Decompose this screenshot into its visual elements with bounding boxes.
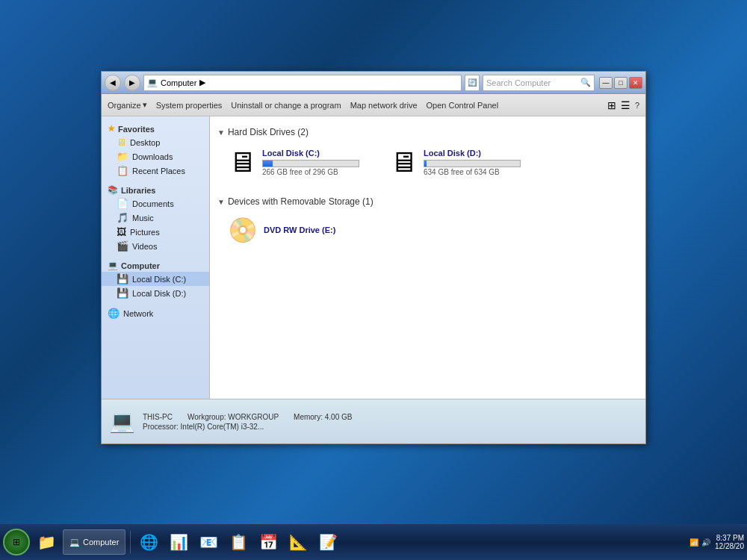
sidebar-item-recent-places[interactable]: 📋 Recent Places xyxy=(102,164,209,178)
computer-icon: 💻 xyxy=(108,261,118,270)
content-area: ▼ Hard Disk Drives (2) 🖥 Local Disk (C:) xyxy=(210,116,645,399)
removable-arrow-icon: ▼ xyxy=(217,198,225,206)
clock: 8:37 PM 12/28/20 xyxy=(715,534,744,550)
sidebar-item-local-c[interactable]: 💾 Local Disk (C:) xyxy=(102,272,209,286)
address-bar-separator: ▶ xyxy=(199,78,205,87)
address-bar[interactable]: 💻 Computer ▶ xyxy=(143,75,462,91)
statusbar: 💻 THIS-PC Workgroup: WORKGROUP Memory: 4… xyxy=(102,399,645,444)
active-window-icon: 💻 xyxy=(69,538,80,547)
drive-d-fill xyxy=(424,161,427,167)
drive-c-bar xyxy=(262,160,359,167)
network-label: Network xyxy=(123,309,153,318)
map-network-button[interactable]: Map network drive xyxy=(350,101,418,110)
sidebar-item-documents[interactable]: 📄 Documents xyxy=(102,196,209,211)
taskbar-powerpoint[interactable]: 📋 xyxy=(225,529,252,556)
status-workgroup: Workgroup: WORKGROUP xyxy=(187,413,279,421)
desktop-label: Desktop xyxy=(130,138,160,147)
control-panel-button[interactable]: Open Control Panel xyxy=(427,101,499,110)
removable-section-label: Devices with Removable Storage (1) xyxy=(228,196,374,207)
refresh-button[interactable]: 🔄 xyxy=(465,75,480,91)
local-c-label: Local Disk (C:) xyxy=(132,275,186,284)
sidebar-item-network[interactable]: 🌐 Network xyxy=(102,306,209,320)
main-area: ★ Favorites 🖥 Desktop 📁 Downloads 📋 Rece… xyxy=(102,116,645,399)
sidebar-item-downloads[interactable]: 📁 Downloads xyxy=(102,149,209,164)
libraries-header[interactable]: 📚 Libraries xyxy=(102,184,209,196)
taskbar: ⊞ 📁 💻 Computer 🌐 📊 📧 📋 📅 📐 � xyxy=(0,524,747,560)
forward-button[interactable]: ▶ xyxy=(124,75,140,91)
status-pc-name: THIS-PC xyxy=(143,413,173,421)
taskbar-right: 📶 🔊 8:37 PM 12/28/20 xyxy=(689,534,744,550)
taskbar-file-explorer[interactable]: 📁 xyxy=(33,529,60,556)
sidebar-item-local-d[interactable]: 💾 Local Disk (D:) xyxy=(102,286,209,300)
clock-time: 8:37 PM xyxy=(715,534,744,542)
close-button[interactable]: ✕ xyxy=(629,77,642,89)
drive-d-item[interactable]: 🖥 Local Disk (D:) 634 GB free of 634 GB xyxy=(386,143,536,181)
taskbar-visio[interactable]: 📐 xyxy=(285,529,311,556)
search-icon: 🔍 xyxy=(580,78,591,87)
drive-c-fill xyxy=(263,161,273,167)
dvd-drive-item[interactable]: 📀 DVD RW Drive (E:) xyxy=(225,213,638,247)
taskbar-excel[interactable]: 📊 xyxy=(165,529,192,556)
drive-c-size: 266 GB free of 296 GB xyxy=(262,168,359,176)
removable-drives-grid: 📀 DVD RW Drive (E:) xyxy=(217,213,638,247)
taskbar-chrome[interactable]: 🌐 xyxy=(135,529,162,556)
tray-network-icon[interactable]: 📶 xyxy=(689,538,698,547)
organize-button[interactable]: Organize ▾ xyxy=(108,100,147,110)
removable-section-header[interactable]: ▼ Devices with Removable Storage (1) xyxy=(217,196,638,207)
hard-disk-arrow-icon: ▼ xyxy=(217,128,225,137)
search-bar[interactable]: Search Computer 🔍 xyxy=(483,75,595,91)
toolbar-right: ⊞ ☰ ? xyxy=(607,99,639,111)
organize-arrow: ▾ xyxy=(143,100,147,110)
libraries-icon: 📚 xyxy=(108,185,118,195)
local-d-icon: 💾 xyxy=(117,287,128,299)
clock-date: 12/28/20 xyxy=(715,542,744,550)
documents-label: Documents xyxy=(132,199,174,208)
sidebar-item-videos[interactable]: 🎬 Videos xyxy=(102,239,209,253)
videos-icon: 🎬 xyxy=(117,240,128,252)
help-button[interactable]: ? xyxy=(635,101,639,110)
status-info: THIS-PC Workgroup: WORKGROUP Memory: 4.0… xyxy=(143,413,352,431)
sidebar-item-music[interactable]: 🎵 Music xyxy=(102,211,209,225)
taskbar-separator-1 xyxy=(130,531,131,553)
drive-c-item[interactable]: 🖥 Local Disk (C:) 266 GB free of 296 GB xyxy=(225,143,374,181)
recent-places-icon: 📋 xyxy=(117,165,128,176)
uninstall-button[interactable]: Uninstall or change a program xyxy=(231,101,341,110)
start-button[interactable]: ⊞ xyxy=(3,529,30,556)
pictures-label: Pictures xyxy=(130,228,160,237)
view-options-icon[interactable]: ⊞ xyxy=(607,99,616,111)
taskbar-word[interactable]: 📝 xyxy=(314,529,341,556)
computer-header[interactable]: 💻 Computer xyxy=(102,259,209,272)
maximize-button[interactable]: □ xyxy=(614,77,627,89)
dvd-name: DVD RW Drive (E:) xyxy=(264,225,335,234)
drive-c-name: Local Disk (C:) xyxy=(262,149,359,158)
back-button[interactable]: ◀ xyxy=(105,75,121,91)
sidebar-item-pictures[interactable]: 🖼 Pictures xyxy=(102,225,209,239)
tray-volume-icon[interactable]: 🔊 xyxy=(701,538,710,547)
system-tray: 📶 🔊 xyxy=(689,538,710,547)
desktop-icon: 🖥 xyxy=(117,137,126,148)
sidebar-item-desktop[interactable]: 🖥 Desktop xyxy=(102,135,209,149)
address-bar-icon: 💻 xyxy=(147,78,158,87)
chrome-icon: 🌐 xyxy=(140,533,158,551)
favorites-section: ★ Favorites 🖥 Desktop 📁 Downloads 📋 Rece… xyxy=(102,122,209,178)
taskbar-outlook[interactable]: 📧 xyxy=(195,529,222,556)
minimize-button[interactable]: — xyxy=(599,77,613,89)
taskbar-project[interactable]: 📅 xyxy=(255,529,282,556)
search-placeholder: Search Computer xyxy=(486,78,551,87)
favorites-header[interactable]: ★ Favorites xyxy=(102,122,209,135)
titlebar-left: ◀ ▶ 💻 Computer ▶ 🔄 Search Computer 🔍 xyxy=(105,75,595,91)
favorites-star-icon: ★ xyxy=(108,124,115,134)
details-icon[interactable]: ☰ xyxy=(621,99,630,111)
explorer-window: ◀ ▶ 💻 Computer ▶ 🔄 Search Computer 🔍 — □… xyxy=(101,71,646,444)
start-icon: ⊞ xyxy=(13,537,20,547)
hard-disk-section-label: Hard Disk Drives (2) xyxy=(228,127,309,137)
status-processor-label: Processor: xyxy=(143,423,179,431)
visio-icon: 📐 xyxy=(289,533,308,551)
address-bar-text: Computer xyxy=(161,78,196,87)
hard-disk-section-header[interactable]: ▼ Hard Disk Drives (2) xyxy=(217,127,638,137)
taskbar-active-window[interactable]: 💻 Computer xyxy=(63,529,125,555)
system-properties-button[interactable]: System properties xyxy=(156,101,223,110)
status-workgroup-value: WORKGROUP xyxy=(228,413,279,421)
status-memory-value: 4.00 GB xyxy=(325,413,353,421)
project-icon: 📅 xyxy=(259,533,278,551)
